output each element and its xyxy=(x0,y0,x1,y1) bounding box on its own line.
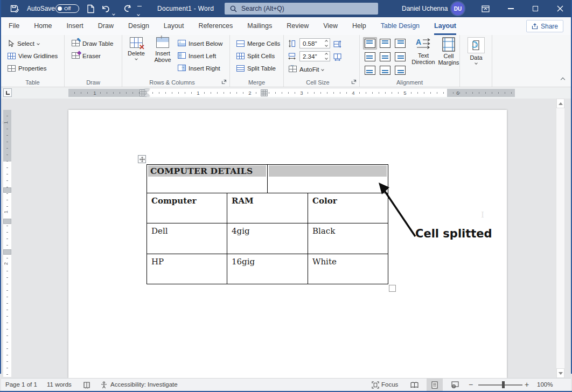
table-cell-caption-right-split[interactable] xyxy=(268,165,388,193)
table-row-marker-icon[interactable] xyxy=(3,249,11,255)
web-layout-button[interactable] xyxy=(447,379,463,391)
delete-button[interactable]: ✕ Delete xyxy=(124,37,149,60)
close-button[interactable] xyxy=(549,0,571,17)
align-bottom-center-button[interactable] xyxy=(378,64,392,76)
avatar[interactable]: DU xyxy=(451,2,464,15)
save-icon[interactable] xyxy=(10,4,19,13)
align-center-button[interactable] xyxy=(378,51,392,63)
data-button[interactable]: Data xyxy=(464,37,489,64)
autosave-toggle[interactable]: Off xyxy=(55,4,79,13)
eraser-button[interactable]: ◆ Eraser xyxy=(72,51,101,61)
align-bottom-right-button[interactable] xyxy=(393,64,407,76)
align-top-left-button[interactable] xyxy=(363,37,377,50)
zoom-in-button[interactable]: + xyxy=(525,379,529,391)
align-center-right-button[interactable] xyxy=(393,51,407,63)
share-button[interactable]: Share xyxy=(526,20,563,32)
split-table-button[interactable]: Split Table xyxy=(236,63,276,74)
accessibility-icon[interactable] xyxy=(100,381,108,392)
proofing-errors-icon[interactable] xyxy=(83,381,90,392)
user-name[interactable]: Daniel Uchenna xyxy=(402,0,448,17)
properties-button[interactable]: Properties xyxy=(8,63,46,74)
new-document-icon[interactable] xyxy=(87,4,95,13)
merge-cells-button[interactable]: Merge Cells xyxy=(236,38,280,49)
cell-size-dialog-launcher-icon[interactable] xyxy=(351,79,357,85)
table-cell[interactable]: 16gig xyxy=(227,254,308,284)
tab-references[interactable]: References xyxy=(198,17,233,35)
insert-left-button[interactable]: ← Insert Left xyxy=(178,51,216,61)
table-column-marker-icon[interactable] xyxy=(261,89,268,96)
scroll-up-button[interactable] xyxy=(556,99,564,108)
maximize-button[interactable] xyxy=(525,0,546,17)
ribbon-display-options-icon[interactable] xyxy=(475,0,496,17)
table-cell[interactable]: 4gig xyxy=(227,223,308,254)
scroll-down-button[interactable] xyxy=(556,368,564,378)
hanging-indent-marker[interactable] xyxy=(144,93,150,96)
row-height-field[interactable]: 0.58" xyxy=(299,38,330,48)
table-cell[interactable]: Dell xyxy=(147,223,227,254)
collapse-ribbon-chevron-icon[interactable] xyxy=(561,74,564,83)
col-width-spinner[interactable] xyxy=(323,52,330,61)
tab-mailings[interactable]: Mailings xyxy=(247,17,272,35)
align-top-center-button[interactable] xyxy=(378,37,392,50)
rows-columns-dialog-launcher-icon[interactable] xyxy=(221,79,227,85)
tab-insert[interactable]: Insert xyxy=(67,17,83,35)
insert-right-button[interactable]: → Insert Right xyxy=(178,63,220,74)
table-cell[interactable]: Computer xyxy=(147,193,227,223)
text-direction-button[interactable]: A Text Direction xyxy=(409,37,437,65)
horizontal-ruler[interactable]: 1 1 2 3 4 5 6 xyxy=(68,89,515,97)
view-gridlines-button[interactable]: View Gridlines xyxy=(8,51,58,61)
word-count[interactable]: 11 words xyxy=(47,379,72,391)
tab-table-design[interactable]: Table Design xyxy=(381,17,420,35)
insert-above-button[interactable]: ↑ Insert Above xyxy=(150,37,175,63)
tab-help[interactable]: Help xyxy=(352,17,366,35)
table-row-marker-icon[interactable] xyxy=(3,219,11,224)
print-layout-button[interactable] xyxy=(427,379,443,391)
table-row[interactable]: HP 16gig White xyxy=(147,254,388,284)
tab-table-layout-active[interactable]: Layout xyxy=(434,17,456,35)
vertical-scrollbar[interactable] xyxy=(556,99,564,378)
align-bottom-left-button[interactable] xyxy=(363,64,377,76)
tab-home[interactable]: Home xyxy=(34,17,52,35)
align-top-right-button[interactable] xyxy=(393,37,407,50)
distribute-columns-icon[interactable] xyxy=(333,52,341,62)
page-indicator[interactable]: Page 1 of 1 xyxy=(5,379,37,391)
table-cell-caption-left[interactable]: COMPUTER DETAILS xyxy=(147,165,268,193)
table-move-handle[interactable] xyxy=(138,155,146,163)
split-cells-button[interactable]: Split Cells xyxy=(236,51,275,61)
table-resize-handle[interactable] xyxy=(389,285,396,292)
draw-table-button[interactable]: ✎ Draw Table xyxy=(72,38,113,49)
customize-quick-access-icon[interactable] xyxy=(137,6,142,18)
table-cell[interactable]: White xyxy=(308,254,388,284)
undo-icon[interactable] xyxy=(101,4,110,13)
read-mode-button[interactable] xyxy=(406,379,422,391)
minimize-button[interactable] xyxy=(500,0,521,17)
word-table[interactable]: COMPUTER DETAILS Computer RAM Color Dell… xyxy=(147,164,388,284)
table-cell[interactable]: HP xyxy=(147,254,227,284)
row-height-spinner[interactable] xyxy=(323,39,330,48)
undo-dropdown-chevron[interactable] xyxy=(113,8,115,17)
search-input[interactable]: Search (Alt+Q) xyxy=(225,3,378,15)
zoom-slider-track[interactable] xyxy=(478,384,522,386)
distribute-rows-icon[interactable] xyxy=(333,39,341,50)
first-line-indent-marker[interactable] xyxy=(144,89,150,92)
redo-icon[interactable] xyxy=(123,4,132,13)
insert-below-button[interactable]: ↓ Insert Below xyxy=(178,38,222,49)
align-center-left-button[interactable] xyxy=(363,51,377,63)
tab-design[interactable]: Design xyxy=(128,17,149,35)
tab-view[interactable]: View xyxy=(323,17,338,35)
autofit-button[interactable]: ↔ AutoFit xyxy=(289,64,324,75)
vertical-ruler[interactable]: 1 1 2 xyxy=(3,110,11,377)
focus-button[interactable]: Focus xyxy=(381,379,398,391)
tab-stop-selector[interactable] xyxy=(3,88,12,97)
tab-layout[interactable]: Layout xyxy=(164,17,184,35)
zoom-out-button[interactable]: − xyxy=(469,379,473,391)
tab-review[interactable]: Review xyxy=(287,17,309,35)
accessibility-status[interactable]: Accessibility: Investigate xyxy=(110,379,178,391)
col-width-field[interactable]: 2.34" xyxy=(299,51,330,61)
zoom-slider-thumb[interactable] xyxy=(502,381,505,388)
document-page[interactable]: COMPUTER DETAILS Computer RAM Color Dell… xyxy=(68,110,507,378)
table-row-header[interactable]: Computer RAM Color xyxy=(147,193,388,223)
zoom-level[interactable]: 100% xyxy=(537,379,553,391)
table-row-caption[interactable]: COMPUTER DETAILS xyxy=(147,165,388,193)
table-cell[interactable]: RAM xyxy=(227,193,308,223)
